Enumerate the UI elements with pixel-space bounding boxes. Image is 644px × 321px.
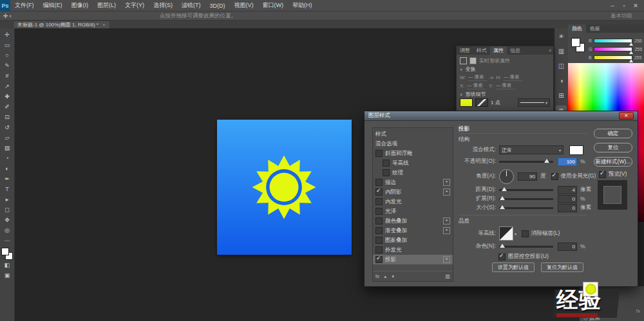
collapse-icon[interactable]: ∨ (460, 92, 462, 96)
panel-icon-histogram[interactable]: ▥ (556, 46, 567, 55)
style-list-item[interactable]: 颜色叠加 + (373, 216, 453, 226)
angle-dial[interactable] (499, 169, 514, 184)
workspace-switcher[interactable]: 基本功能 (611, 12, 632, 20)
slider-handle[interactable] (502, 187, 507, 191)
add-effect-icon[interactable]: + (443, 227, 450, 234)
stroke-color-swatch[interactable] (475, 98, 488, 107)
history-brush-tool[interactable]: ↺ (0, 122, 14, 133)
panel-icon-adjustments[interactable]: ☀ (556, 32, 567, 41)
panel-icon-channels[interactable]: ⊞ (556, 91, 567, 100)
stroke-style-dropdown[interactable]: ▾ (518, 98, 550, 107)
size-field[interactable]: 0 (558, 204, 577, 212)
style-list-item[interactable]: 等高线 + (373, 158, 453, 168)
add-effect-icon[interactable]: + (443, 188, 450, 196)
blue-value[interactable]: 255 (634, 55, 642, 60)
minimize-icon[interactable]: – (607, 3, 618, 9)
style-checkbox[interactable] (375, 188, 383, 196)
slider-handle[interactable] (544, 159, 549, 163)
y-field[interactable]: — 像素 (496, 82, 515, 89)
dodge-tool[interactable]: ◐ (0, 163, 14, 174)
photoshop-logo[interactable]: Ps (0, 0, 10, 11)
noise-slider[interactable] (499, 246, 553, 248)
spread-slider[interactable] (499, 198, 553, 200)
effects-row[interactable]: ◇ 效果 (583, 315, 600, 321)
style-checkbox[interactable] (375, 150, 383, 157)
slider-handle[interactable] (500, 196, 505, 200)
screen-mode-button[interactable]: ▣ (0, 270, 14, 280)
menu-item[interactable]: 帮助(H) (288, 1, 317, 10)
quick-mask-button[interactable]: ◧ (0, 260, 14, 270)
menu-item[interactable]: 视图(V) (230, 1, 258, 10)
foreground-color-swatch[interactable] (1, 248, 9, 255)
add-effect-icon[interactable]: + (443, 179, 450, 186)
dialog-title-bar[interactable]: 图层样式 ✕ (365, 111, 638, 121)
size-slider[interactable] (499, 207, 553, 209)
spread-field[interactable]: 0 (558, 195, 577, 203)
new-style-button[interactable]: 新建样式(W)... (594, 157, 632, 167)
move-down-icon[interactable]: ▼ (391, 275, 395, 279)
style-checkbox[interactable] (375, 227, 383, 234)
healing-brush-tool[interactable]: ✚ (0, 91, 14, 102)
style-checkbox[interactable] (375, 256, 383, 263)
style-list-item[interactable]: 内阴影 + (373, 187, 453, 197)
distance-field[interactable]: 4 (558, 186, 577, 194)
style-list-item[interactable]: 投影 + (373, 255, 453, 264)
panel-menu-icon[interactable]: ≡ (549, 46, 553, 55)
fill-color-swatch[interactable] (460, 98, 473, 107)
menu-item[interactable]: 编辑(E) (39, 1, 67, 10)
panel-icon-curves[interactable]: ◑ (556, 76, 567, 85)
panel-icon-styles[interactable]: ◫ (556, 61, 567, 70)
panel-tab[interactable]: 色板 (586, 24, 604, 33)
menu-item[interactable]: 文件(F) (10, 1, 39, 10)
foreground-background-swatches[interactable] (1, 248, 13, 260)
menu-item[interactable]: 文字(Y) (120, 1, 149, 10)
restore-icon[interactable]: ▫ (618, 3, 630, 9)
foreground-color-swatch[interactable] (571, 38, 580, 47)
style-list-item[interactable]: 内发光 + (373, 197, 453, 206)
document-tab[interactable]: 未标题-1 @ 100%(椭圆 1, RGB/8) * × (13, 21, 110, 28)
mask-props-icon[interactable] (469, 57, 477, 64)
edit-toolbar-button[interactable]: ⋯ (0, 235, 14, 246)
link-icon[interactable]: ∞ (490, 75, 493, 80)
global-light-checkbox[interactable] (551, 173, 558, 180)
add-effect-icon[interactable]: + (443, 256, 450, 263)
eraser-tool[interactable]: ▱ (0, 133, 14, 143)
preview-checkbox[interactable] (599, 171, 606, 178)
menu-item[interactable]: 3D(D) (205, 3, 230, 9)
artwork-blue-square[interactable] (217, 120, 352, 255)
style-checkbox[interactable] (375, 208, 383, 215)
marquee-tool[interactable]: ▭ (0, 40, 14, 50)
style-list-item[interactable]: 图案叠加 + (373, 235, 453, 245)
blue-slider[interactable] (594, 55, 632, 60)
style-checkbox[interactable] (375, 246, 383, 253)
style-list-item[interactable]: 光泽 + (373, 206, 453, 216)
panel-tab[interactable]: 信息 (507, 46, 524, 55)
eyedropper-tool[interactable]: ↗ (0, 81, 14, 91)
distance-slider[interactable] (499, 189, 553, 191)
menu-item[interactable]: 图层(L) (93, 1, 120, 10)
lasso-tool[interactable]: ○ (0, 50, 14, 60)
chevron-down-icon[interactable]: ▾ (515, 232, 516, 236)
fx-icon[interactable]: fx (375, 273, 379, 279)
gradient-tool[interactable]: ▨ (0, 143, 14, 153)
antialias-checkbox[interactable] (522, 230, 529, 237)
ok-button[interactable]: 确定 (594, 129, 632, 138)
layer-fx-icon[interactable]: fx (636, 308, 640, 314)
zoom-tool[interactable]: ◎ (0, 225, 14, 235)
style-list-item[interactable]: 外发光 + (373, 245, 453, 255)
set-default-button[interactable]: 设置为默认值 (492, 262, 535, 272)
style-checkbox[interactable] (383, 169, 390, 176)
panel-tab[interactable]: 颜色 (568, 24, 586, 33)
panel-tab[interactable]: 属性 (490, 46, 507, 55)
slider-handle[interactable] (629, 42, 633, 46)
green-value[interactable]: 255 (634, 47, 642, 51)
quick-selection-tool[interactable]: ✎ (0, 60, 14, 71)
style-list-item[interactable]: 样式 + (373, 129, 453, 139)
slider-handle[interactable] (500, 244, 505, 248)
hand-tool[interactable]: ✥ (0, 215, 14, 225)
dialog-close-button[interactable]: ✕ (619, 112, 634, 120)
reset-button[interactable]: 复位 (594, 143, 632, 152)
add-effect-icon[interactable]: + (443, 217, 450, 225)
style-checkbox[interactable] (375, 198, 383, 205)
move-tool-icon[interactable]: ✛ (3, 13, 8, 19)
